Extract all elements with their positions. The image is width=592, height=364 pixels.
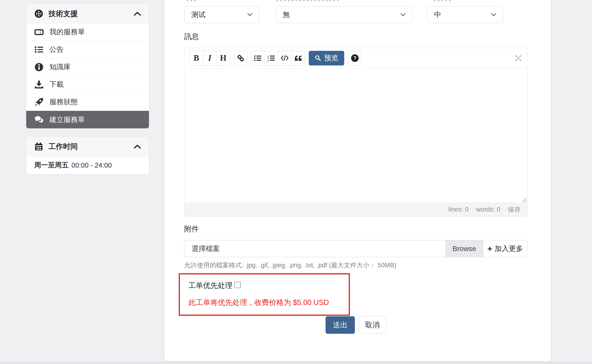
help-group: ? [348, 51, 362, 65]
life-ring-icon [34, 9, 43, 18]
message-textarea[interactable] [184, 68, 527, 202]
italic-button[interactable]: I [203, 51, 217, 65]
priority-warning-text: 此工单将优先处理，收费价格为 $5.00 USD [189, 298, 340, 307]
sidebar-item-create-ticket[interactable]: 建立服務單 [26, 111, 149, 128]
bold-button[interactable]: B [190, 51, 203, 65]
sidebar-item-my-tickets[interactable]: 我的服務單 [26, 23, 149, 41]
svg-text:3: 3 [267, 59, 269, 61]
priority-option-row: 工单优先处理 [189, 280, 340, 291]
unordered-list-icon [254, 55, 262, 61]
sidebar-item-label: 我的服務單 [49, 27, 85, 37]
clipped-label-fragment [434, 0, 451, 1]
markdown-editor: B I H 123 [184, 48, 527, 216]
chevron-down-icon [491, 13, 496, 16]
working-hours-header[interactable]: 工作时间 [26, 137, 149, 156]
ticket-form-card: 测试 無 中 訊息 B I H [164, 0, 551, 361]
list-icon [34, 46, 44, 53]
page-bottom-strip [0, 362, 592, 364]
browse-label: Browse [453, 245, 476, 253]
quote-icon [294, 55, 302, 61]
working-time: 00:00 - 24:00 [72, 162, 112, 169]
support-panel-title: 技術支援 [48, 9, 78, 19]
allowed-formats-hint: 允許使用的檔案格式: .jpg, .gif, .jpeg, .png, .txt… [184, 261, 396, 269]
working-hours-panel: 工作时间 周一至周五 00:00 - 24:00 [26, 136, 149, 175]
bold-icon: B [194, 53, 199, 63]
priority-label: 工单优先处理 [189, 280, 232, 291]
editor-statusbar: lines: 0 words: 0 保存 [184, 202, 527, 216]
working-hours-value: 周一至周五 00:00 - 24:00 [26, 156, 149, 174]
working-hours-title: 工作时间 [48, 142, 78, 151]
question-circle-icon: ? [351, 54, 359, 62]
form-actions: 送出 取消 [184, 316, 527, 334]
select-value: 测试 [191, 10, 205, 20]
browse-button[interactable]: Browse [445, 240, 483, 257]
code-button[interactable] [278, 51, 292, 65]
message-label: 訊息 [184, 32, 199, 42]
editor-toolbar: B I H 123 [184, 48, 527, 68]
autosave-label: 保存 [508, 205, 520, 214]
sidebar-item-knowledge-base[interactable]: 知識庫 [26, 58, 149, 76]
add-more-label: 加入更多 [494, 244, 523, 254]
download-icon [34, 80, 44, 89]
words-count: words: 0 [476, 206, 500, 213]
priority-select[interactable]: 中 [427, 6, 503, 23]
file-input-placeholder: 選擇檔案 [191, 244, 220, 254]
fullscreen-expand-icon[interactable] [514, 54, 522, 62]
block-format-group: 123 [251, 51, 305, 65]
svg-text:?: ? [353, 55, 357, 61]
sidebar-item-label: 下載 [49, 80, 64, 89]
info-circle-icon [34, 62, 44, 72]
link-button[interactable] [234, 51, 247, 65]
working-days: 周一至周五 [34, 161, 69, 170]
support-panel: 技術支援 我的服務單 公告 知識庫 [26, 4, 149, 129]
unordered-list-button[interactable] [251, 51, 265, 65]
sidebar-item-label: 知識庫 [49, 62, 71, 72]
chevron-down-icon [401, 13, 406, 16]
quote-button[interactable] [292, 51, 305, 65]
priority-highlight-box: 工单优先处理 此工单将优先处理，收费价格为 $5.00 USD [179, 273, 350, 316]
plus-icon: + [488, 245, 492, 253]
heading-icon: H [220, 53, 226, 63]
ordered-list-icon: 123 [267, 55, 275, 61]
chevron-up-icon [134, 144, 141, 149]
select-value: 中 [434, 10, 441, 20]
heading-button[interactable]: H [217, 51, 230, 65]
lines-count: lines: 0 [448, 206, 468, 213]
submit-button[interactable]: 送出 [325, 316, 355, 334]
link-icon [237, 54, 244, 62]
support-panel-header[interactable]: 技術支援 [26, 4, 149, 23]
sidebar-item-downloads[interactable]: 下載 [26, 76, 149, 93]
department-select[interactable]: 测试 [184, 6, 259, 23]
sidebar-item-label: 公告 [49, 45, 64, 54]
text-style-group: B I H [190, 51, 230, 65]
sidebar-item-label: 服務狀態 [49, 97, 78, 107]
search-icon [315, 55, 321, 61]
file-input[interactable]: 選擇檔案 [184, 240, 445, 257]
attachment-label: 附件 [184, 224, 199, 234]
ordered-list-button[interactable]: 123 [265, 51, 278, 65]
support-nav: 我的服務單 公告 知識庫 下載 [26, 23, 149, 128]
file-upload-row: 選擇檔案 Browse + 加入更多 [184, 240, 527, 257]
sidebar-item-label: 建立服務單 [49, 115, 85, 124]
clipped-label-fragment [277, 0, 338, 1]
preview-label: 预览 [324, 53, 338, 63]
code-icon [281, 55, 289, 61]
rocket-icon [34, 98, 44, 107]
preview-button[interactable]: 预览 [309, 51, 344, 65]
resize-grip[interactable] [521, 197, 527, 202]
ticket-icon [34, 29, 44, 36]
related-service-select[interactable]: 無 [276, 6, 413, 23]
comments-icon [34, 116, 44, 124]
chevron-down-icon [247, 13, 253, 16]
cancel-button[interactable]: 取消 [359, 316, 386, 334]
priority-checkbox[interactable] [234, 282, 241, 288]
add-more-button[interactable]: + 加入更多 [483, 240, 527, 257]
clipped-label-fragment [187, 0, 198, 1]
calendar-icon [34, 142, 43, 151]
sidebar-item-announcements[interactable]: 公告 [26, 41, 149, 58]
select-value: 無 [283, 10, 290, 20]
italic-icon: I [208, 53, 211, 63]
help-button[interactable]: ? [348, 51, 362, 65]
link-group [234, 51, 247, 65]
sidebar-item-service-status[interactable]: 服務狀態 [26, 93, 149, 111]
